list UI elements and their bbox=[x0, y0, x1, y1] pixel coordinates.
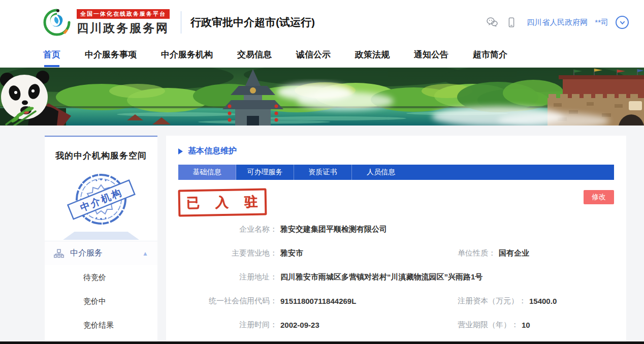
username-label[interactable]: **司 bbox=[595, 18, 608, 27]
registration-date-label: 注册时间： bbox=[178, 320, 277, 330]
modify-button[interactable]: 修改 bbox=[584, 190, 614, 204]
tab-basic-info[interactable]: 基础信息 bbox=[178, 165, 236, 180]
unit-nature-label: 单位性质： bbox=[458, 248, 496, 258]
main-panel: 基本信息维护 基础信息 可办理服务 资质证书 人员信息 已 入 驻 修改 企业名… bbox=[166, 136, 626, 343]
company-name-value: 雅安交建集团平顺检测有限公司 bbox=[280, 225, 387, 234]
window-bottom-edge bbox=[0, 341, 644, 344]
business-location-label: 主要营业地： bbox=[178, 248, 277, 258]
registered-stamp: 已 入 驻 bbox=[178, 188, 267, 216]
tab-bar: 基础信息 可办理服务 资质证书 人员信息 bbox=[178, 165, 614, 180]
sidebar-title: 我的中介机构服务空间 bbox=[45, 150, 157, 162]
page-title: 行政审批中介超市(试运行) bbox=[190, 15, 486, 29]
banner-image bbox=[0, 68, 644, 126]
agency-seal-image: 中介机构 bbox=[58, 168, 144, 234]
seal-pedestal bbox=[63, 232, 139, 240]
sidebar-submenu: 待竞价 竞价中 竞价结果 合同签订 服务成果 bbox=[45, 265, 157, 344]
section-title-row: 基本信息维护 bbox=[178, 146, 614, 157]
field-row: 注册地址： 四川雅安市雨城区多营镇对岩村“川滇藏物流园区”兴雨路1号 bbox=[178, 265, 614, 289]
sidebar-item-bidding[interactable]: 竞价中 bbox=[45, 289, 157, 313]
status-row: 已 入 驻 修改 bbox=[178, 189, 614, 217]
nav-item-policies[interactable]: 政策法规 bbox=[355, 49, 390, 64]
gov-portal-link[interactable]: 四川省人民政府网 bbox=[527, 18, 588, 27]
section-title: 基本信息维护 bbox=[188, 146, 237, 157]
header-actions: 四川省人民政府网 **司 bbox=[486, 16, 629, 29]
nav-item-notices[interactable]: 通知公告 bbox=[414, 49, 448, 64]
tab-qualification-certificates[interactable]: 资质证书 bbox=[294, 165, 352, 180]
tab-personnel-info[interactable]: 人员信息 bbox=[352, 165, 410, 180]
nav-item-home[interactable]: 首页 bbox=[43, 49, 60, 64]
wechat-icon[interactable] bbox=[486, 16, 498, 28]
section-arrow-icon bbox=[178, 148, 183, 154]
field-row: 统一社会信用代码： 91511800711844269L 注册资本（万元）： 1… bbox=[178, 289, 614, 313]
chevron-down-icon[interactable] bbox=[616, 16, 629, 29]
field-row: 企业名称： 雅安交建集团平顺检测有限公司 bbox=[178, 217, 614, 241]
nav-item-trade-info[interactable]: 交易信息 bbox=[237, 49, 272, 64]
sidebar: 我的中介机构服务空间 中介机构 bbox=[45, 136, 157, 343]
sidebar-menu-label: 中介服务 bbox=[70, 248, 142, 259]
site-logo-icon bbox=[43, 9, 71, 36]
org-chart-icon bbox=[54, 249, 64, 258]
credit-code-label: 统一社会信用代码： bbox=[178, 296, 277, 306]
sidebar-item-pending-bid[interactable]: 待竞价 bbox=[45, 265, 157, 289]
field-row: 主要营业地： 雅安市 单位性质： 国有企业 bbox=[178, 241, 614, 265]
sidebar-stamp-area: 中介机构 bbox=[45, 164, 157, 241]
collapse-caret-icon[interactable]: ▲ bbox=[142, 250, 148, 257]
company-name-label: 企业名称： bbox=[178, 225, 277, 234]
registration-date-value: 2002-09-23 bbox=[280, 321, 319, 329]
credit-code-value: 91511800711844269L bbox=[280, 297, 356, 305]
content-area: 我的中介机构服务空间 中介机构 bbox=[0, 126, 644, 344]
header-divider bbox=[181, 11, 181, 34]
registered-address-value: 四川雅安市雨城区多营镇对岩村“川滇藏物流园区”兴雨路1号 bbox=[280, 272, 482, 282]
nav-item-service-matters[interactable]: 中介服务事项 bbox=[85, 49, 137, 64]
site-name: 四川政务服务网 bbox=[77, 20, 170, 36]
platform-badge: 全国一体化在线政务服务平台 bbox=[77, 9, 170, 19]
main-nav: 首页 中介服务事项 中介服务机构 交易信息 诚信公示 政策法规 通知公告 超市简… bbox=[0, 45, 644, 68]
registered-capital-label: 注册资本（万元）： bbox=[458, 296, 526, 306]
sidebar-item-bid-results[interactable]: 竞价结果 bbox=[45, 313, 157, 337]
nav-item-integrity[interactable]: 诚信公示 bbox=[296, 49, 331, 64]
nav-item-about[interactable]: 超市简介 bbox=[473, 49, 507, 64]
sidebar-menu-intermediary-service[interactable]: 中介服务 ▲ bbox=[45, 241, 157, 265]
business-term-value: 10 bbox=[522, 321, 530, 329]
business-term-label: 营业期限（年）： bbox=[458, 320, 519, 330]
nav-item-service-orgs[interactable]: 中介服务机构 bbox=[161, 49, 213, 64]
registered-capital-value: 15400.0 bbox=[529, 297, 557, 305]
mobile-icon[interactable] bbox=[505, 16, 518, 28]
tab-available-services[interactable]: 可办理服务 bbox=[236, 165, 294, 180]
site-logo-link[interactable]: 全国一体化在线政务服务平台 四川政务服务网 bbox=[43, 9, 170, 36]
header: 全国一体化在线政务服务平台 四川政务服务网 行政审批中介超市(试运行) 四川省人… bbox=[0, 0, 644, 45]
business-location-value: 雅安市 bbox=[280, 248, 303, 258]
registered-address-label: 注册地址： bbox=[178, 272, 277, 282]
unit-nature-value: 国有企业 bbox=[499, 248, 529, 258]
field-row: 注册时间： 2002-09-23 营业期限（年）： 10 bbox=[178, 313, 614, 337]
